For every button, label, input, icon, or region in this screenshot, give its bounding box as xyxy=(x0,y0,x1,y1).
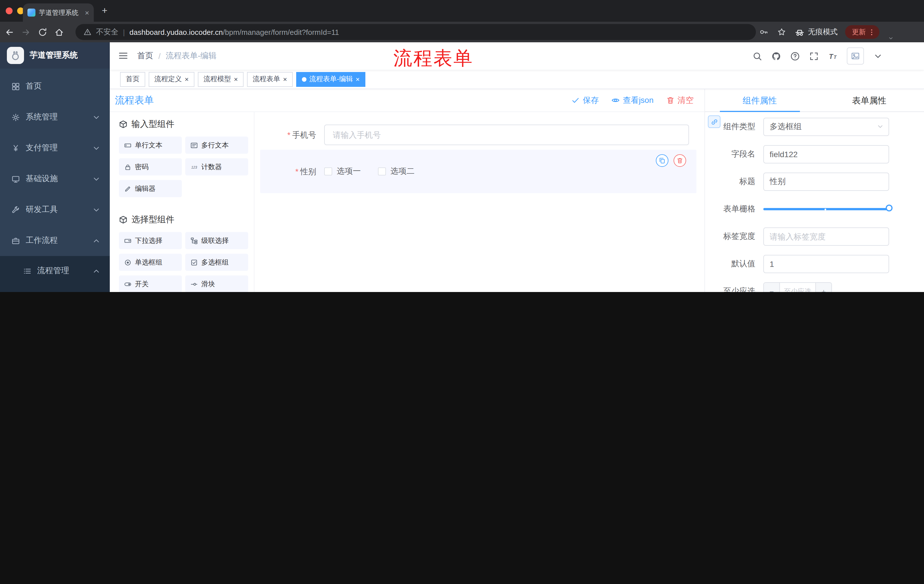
search-icon[interactable] xyxy=(752,51,762,61)
user-avatar[interactable] xyxy=(847,48,864,64)
components-cube-icon xyxy=(119,216,127,224)
copy-component-button[interactable] xyxy=(656,154,668,167)
url-host: dashboard.yudao.iocoder.cn xyxy=(130,28,223,36)
component-type-value[interactable] xyxy=(763,118,889,136)
tab-close-icon[interactable]: × xyxy=(85,9,89,16)
sidebar-toggle-icon[interactable] xyxy=(118,50,129,61)
clear-button[interactable]: 清空 xyxy=(666,95,693,105)
decrease-button[interactable]: − xyxy=(764,283,780,292)
tag-process-definition[interactable]: 流程定义 × xyxy=(148,72,195,87)
sidebar-item-label: 工作流程 xyxy=(26,235,86,246)
tag-process-form-edit[interactable]: 流程表单-编辑 × xyxy=(296,72,365,87)
grid-slider[interactable] xyxy=(763,200,889,218)
chip-multiline-text[interactable]: 多行文本 xyxy=(185,137,248,154)
avatar-caret-icon[interactable] xyxy=(873,51,883,61)
increase-button[interactable]: + xyxy=(815,283,832,292)
chip-label: 单选框组 xyxy=(135,257,162,267)
sidebar-item-system[interactable]: 系统管理 xyxy=(0,102,110,133)
sidebar-item-devtools[interactable]: 研发工具 xyxy=(0,194,110,225)
tag-home[interactable]: 首页 xyxy=(120,72,145,87)
doc-link-button[interactable] xyxy=(708,115,721,128)
component-library: 输入型组件 单行文本 多行文本 密码 123计数器 编辑器 选择型组件 下拉选择… xyxy=(110,112,254,292)
bookmark-icon[interactable] xyxy=(777,28,786,36)
chip-select[interactable]: 下拉选择 xyxy=(119,232,182,249)
breadcrumb-home[interactable]: 首页 xyxy=(137,51,153,61)
min-select-input[interactable]: 至少应选 xyxy=(780,283,815,292)
sidebar-item-process-management[interactable]: 流程管理 xyxy=(0,256,110,286)
default-value-input[interactable] xyxy=(763,255,889,273)
title-input[interactable] xyxy=(763,173,889,191)
new-tab-button[interactable]: + xyxy=(98,5,111,17)
password-manager-icon[interactable] xyxy=(759,28,769,36)
sidebar-item-label: 支付管理 xyxy=(26,143,86,153)
chip-switch[interactable]: 开关 xyxy=(119,275,182,292)
toolbar-caret-icon[interactable] xyxy=(888,35,894,41)
chip-counter[interactable]: 123计数器 xyxy=(185,158,248,175)
chip-password[interactable]: 密码 xyxy=(119,158,182,175)
help-icon[interactable] xyxy=(790,51,800,61)
active-tag-dot xyxy=(302,77,307,81)
reload-icon[interactable] xyxy=(38,27,48,37)
sidebar-item-infra[interactable]: 基础设施 xyxy=(0,163,110,194)
chip-single-text[interactable]: 单行文本 xyxy=(119,137,182,154)
slider-handle[interactable] xyxy=(886,204,893,211)
github-icon[interactable] xyxy=(771,51,781,61)
chip-cascader[interactable]: 级联选择 xyxy=(185,232,248,249)
checkbox-label: 选项二 xyxy=(391,166,414,176)
font-size-icon[interactable]: TT xyxy=(828,51,838,61)
sidebar-item-payment[interactable]: 支付管理 xyxy=(0,133,110,163)
fullscreen-icon[interactable] xyxy=(809,51,819,61)
gender-option2-checkbox[interactable]: 选项二 xyxy=(378,166,414,176)
browser-update-button[interactable]: 更新 xyxy=(845,25,879,39)
security-label[interactable]: 不安全 xyxy=(96,27,118,37)
chip-checkbox-group[interactable]: 多选框组 xyxy=(185,254,248,271)
home-icon[interactable] xyxy=(54,27,64,37)
slider-stop-dot xyxy=(824,208,826,210)
sidebar-item-process-form[interactable]: 流程表单 xyxy=(0,286,110,292)
component-actions xyxy=(656,154,686,167)
switch-icon xyxy=(124,280,132,288)
prop-title: 标题 xyxy=(705,173,924,191)
editor-actions: 保存 查看json 清空 xyxy=(571,95,705,105)
chevron-down-icon xyxy=(92,144,101,152)
chip-editor[interactable]: 编辑器 xyxy=(119,180,182,197)
sidebar-item-workflow[interactable]: 工作流程 xyxy=(0,225,110,256)
component-type-select[interactable] xyxy=(763,118,889,136)
breadcrumb-current: 流程表单-编辑 xyxy=(166,51,216,61)
phone-input[interactable] xyxy=(324,125,689,145)
gender-option1-checkbox[interactable]: 选项一 xyxy=(324,166,361,176)
clear-label: 清空 xyxy=(678,95,693,105)
save-button[interactable]: 保存 xyxy=(571,95,599,105)
back-icon[interactable] xyxy=(5,27,14,37)
field-name-input[interactable] xyxy=(763,145,889,163)
tag-process-model[interactable]: 流程模型 × xyxy=(198,72,244,87)
browser-menu-icon[interactable] xyxy=(868,28,875,36)
prop-field-name: 字段名 xyxy=(705,145,924,163)
tab-component-props[interactable]: 组件属性 xyxy=(705,89,815,112)
text-field-icon xyxy=(124,141,132,149)
label-width-input[interactable] xyxy=(763,227,889,246)
address-bar[interactable]: 不安全 | dashboard.yudao.iocoder.cn/bpm/man… xyxy=(76,24,756,40)
browser-tab[interactable]: 芋道管理系统 × xyxy=(23,3,94,22)
tab-form-props[interactable]: 表单属性 xyxy=(815,89,924,112)
tag-process-form[interactable]: 流程表单 × xyxy=(247,72,293,87)
gender-field[interactable]: *性别 选项一 选项二 xyxy=(260,161,696,182)
chip-radio-group[interactable]: 单选框组 xyxy=(119,254,182,271)
breadcrumb: 首页 / 流程表单-编辑 xyxy=(137,42,216,70)
delete-component-button[interactable] xyxy=(673,154,686,167)
tag-close-icon[interactable]: × xyxy=(185,76,189,82)
tag-close-icon[interactable]: × xyxy=(356,76,360,82)
forward-icon[interactable] xyxy=(21,27,31,37)
section-title: 输入型组件 xyxy=(132,119,174,130)
chip-slider[interactable]: 滑块 xyxy=(185,275,248,292)
phone-field[interactable]: *手机号 xyxy=(260,125,689,145)
view-json-label: 查看json xyxy=(623,95,653,105)
app-logo[interactable]: 芋道管理系统 xyxy=(0,42,110,69)
form-canvas[interactable]: *手机号 *性别 选项一 选项二 xyxy=(254,112,705,292)
selected-component-gender[interactable]: *性别 选项一 选项二 xyxy=(260,150,696,193)
tag-close-icon[interactable]: × xyxy=(234,76,238,82)
window-close-button[interactable] xyxy=(6,7,13,14)
sidebar-item-home[interactable]: 首页 xyxy=(0,71,110,102)
view-json-button[interactable]: 查看json xyxy=(612,95,653,105)
tag-close-icon[interactable]: × xyxy=(283,76,287,82)
